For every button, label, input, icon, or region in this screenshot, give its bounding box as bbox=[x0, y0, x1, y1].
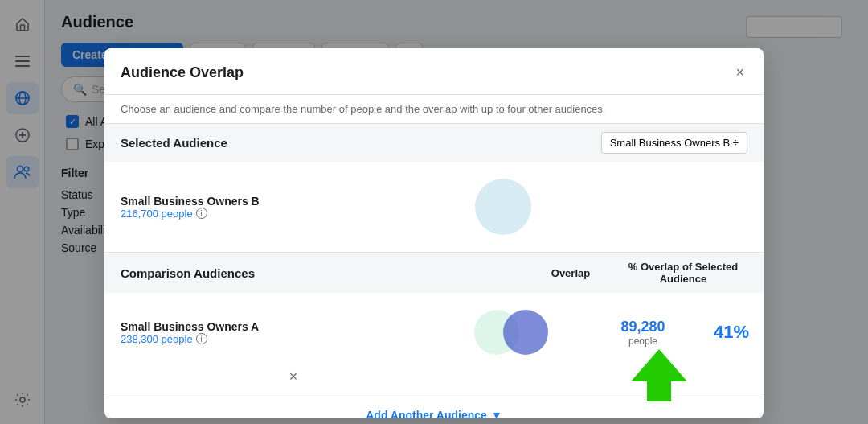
modal-overlay[interactable]: Audience Overlap × Choose an audience an… bbox=[0, 0, 868, 424]
comparison-info-icon[interactable]: i bbox=[196, 333, 207, 344]
green-arrow bbox=[631, 349, 687, 405]
info-icon[interactable]: i bbox=[196, 208, 207, 219]
audience-dropdown[interactable]: Small Business Owners B ÷ bbox=[601, 132, 747, 154]
remove-comparison-button[interactable]: × bbox=[121, 368, 466, 385]
modal-header: Audience Overlap × bbox=[104, 48, 764, 95]
svg-marker-13 bbox=[631, 349, 687, 401]
audience-overlap-modal: Audience Overlap × Choose an audience an… bbox=[104, 48, 764, 418]
selected-venn-diagram bbox=[471, 175, 551, 239]
overlap-unit: people bbox=[579, 335, 707, 347]
add-caret-icon: ▼ bbox=[491, 409, 502, 418]
percent-col-label: % Overlap of Selected Audience bbox=[619, 261, 747, 285]
comparison-audience-count: 238,300 people i bbox=[121, 333, 466, 345]
comparison-title: Comparison Audiences bbox=[121, 266, 522, 280]
selected-audience-info: Small Business Owners B 216,700 people i bbox=[121, 195, 260, 220]
comparison-venn-container bbox=[474, 304, 563, 360]
venn-circle-right bbox=[503, 310, 548, 355]
selected-audience-count: 216,700 people i bbox=[121, 208, 260, 220]
selected-circle bbox=[475, 179, 531, 235]
overlap-col-label: Overlap bbox=[522, 267, 619, 279]
modal-close-button[interactable]: × bbox=[732, 61, 747, 84]
modal-title: Audience Overlap bbox=[121, 64, 244, 81]
selected-audience-title: Selected Audience bbox=[121, 136, 227, 150]
selected-audience-header: Selected Audience Small Business Owners … bbox=[104, 124, 764, 162]
modal-body: Selected Audience Small Business Owners … bbox=[104, 124, 764, 418]
modal-subtitle: Choose an audience and compare the numbe… bbox=[104, 95, 764, 124]
comparison-header: Comparison Audiences Overlap % Overlap o… bbox=[104, 253, 764, 293]
overlap-percent: 41% bbox=[714, 322, 749, 343]
overlap-value: 89,280 people bbox=[579, 319, 707, 347]
selected-audience-row: Small Business Owners B 216,700 people i bbox=[104, 162, 764, 253]
selected-audience-name: Small Business Owners B bbox=[121, 195, 260, 208]
comparison-audience-info: Small Business Owners A 238,300 people i bbox=[121, 320, 466, 345]
comparison-row: Small Business Owners A 238,300 people i… bbox=[104, 293, 764, 397]
comparison-audience-name: Small Business Owners A bbox=[121, 320, 466, 333]
add-audience-button[interactable]: Add Another Audience ▼ bbox=[366, 409, 502, 418]
overlap-number: 89,280 bbox=[579, 319, 707, 335]
